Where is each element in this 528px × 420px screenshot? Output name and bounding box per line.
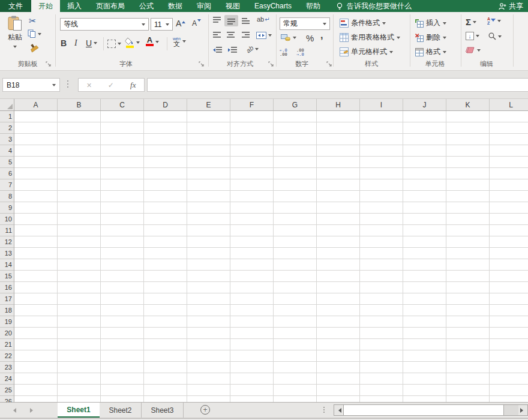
row-header-5[interactable]: 5 xyxy=(0,157,14,168)
menu-tab-帮助[interactable]: 帮助 xyxy=(299,0,328,12)
row-header-16[interactable]: 16 xyxy=(0,282,14,293)
new-sheet-button[interactable]: + xyxy=(200,405,210,415)
align-center-button[interactable] xyxy=(227,32,235,39)
row-header-9[interactable]: 9 xyxy=(0,202,14,214)
row-header-25[interactable]: 25 xyxy=(0,385,14,396)
align-top-button[interactable] xyxy=(213,17,221,24)
wrap-text-button[interactable]: ab ↵ xyxy=(257,16,270,23)
borders-button[interactable] xyxy=(107,40,121,48)
percent-style-button[interactable]: % xyxy=(306,33,314,43)
font-size-combo[interactable]: 11 xyxy=(151,18,173,31)
align-middle-button[interactable] xyxy=(224,15,238,26)
row-header-23[interactable]: 23 xyxy=(0,362,14,373)
sheet-tab-Sheet2[interactable]: Sheet2 xyxy=(100,403,142,418)
column-header-L[interactable]: L xyxy=(490,99,528,110)
sheet-tab-Sheet1[interactable]: Sheet1 xyxy=(58,403,100,418)
column-header-E[interactable]: E xyxy=(187,99,230,110)
row-header-12[interactable]: 12 xyxy=(0,236,14,248)
sheet-nav-left-icon[interactable] xyxy=(11,408,16,413)
bold-button[interactable]: B xyxy=(61,38,67,48)
column-header-H[interactable]: H xyxy=(317,99,360,110)
align-bottom-button[interactable] xyxy=(242,17,250,25)
file-tab[interactable]: 文件 xyxy=(0,0,31,12)
menu-tab-公式[interactable]: 公式 xyxy=(132,0,161,12)
increase-decimal-button[interactable]: ←.0.00 xyxy=(280,49,287,57)
orientation-button[interactable]: ab xyxy=(246,46,259,53)
enter-button[interactable]: ✓ xyxy=(108,81,114,89)
tab-scroll-grip[interactable] xyxy=(323,407,325,413)
row-header-6[interactable]: 6 xyxy=(0,168,14,179)
menu-tab-页面布局[interactable]: 页面布局 xyxy=(89,0,132,12)
menu-tab-插入[interactable]: 插入 xyxy=(60,0,89,12)
accounting-format-button[interactable] xyxy=(281,34,296,41)
cell-styles-button[interactable]: 单元格样式 xyxy=(340,47,393,57)
sheet-tab-Sheet3[interactable]: Sheet3 xyxy=(142,403,184,418)
row-header-2[interactable]: 2 xyxy=(0,122,14,134)
grow-font-button[interactable]: A xyxy=(176,19,185,28)
autosum-button[interactable]: Σ xyxy=(466,17,476,27)
fill-color-button[interactable] xyxy=(125,37,140,48)
conditional-formatting-button[interactable]: 条件格式 xyxy=(340,18,386,28)
formula-bar-grip[interactable] xyxy=(67,80,69,88)
comma-style-button[interactable]: , xyxy=(320,30,323,41)
menu-tab-审阅[interactable]: 审阅 xyxy=(190,0,218,12)
font-color-button[interactable]: A xyxy=(146,37,159,46)
alignment-dialog-launcher[interactable] xyxy=(268,61,274,67)
copy-button[interactable] xyxy=(28,29,41,38)
row-header-17[interactable]: 17 xyxy=(0,293,14,305)
insert-cells-button[interactable]: 插入 xyxy=(415,18,446,28)
row-header-20[interactable]: 20 xyxy=(0,328,14,339)
menu-tab-EasyCharts[interactable]: EasyCharts xyxy=(247,0,299,12)
decrease-indent-button[interactable] xyxy=(213,47,222,54)
name-box[interactable]: B18 xyxy=(2,78,60,92)
clear-button[interactable] xyxy=(466,47,481,54)
italic-button[interactable]: I xyxy=(74,38,77,48)
sort-filter-button[interactable]: AZ xyxy=(487,17,501,25)
row-header-21[interactable]: 21 xyxy=(0,339,14,350)
clipboard-dialog-launcher[interactable] xyxy=(46,61,52,67)
scroll-right-button[interactable] xyxy=(518,405,527,415)
column-header-C[interactable]: C xyxy=(101,99,144,110)
phonetic-guide-button[interactable]: wén 文 xyxy=(173,37,186,46)
menu-tab-数据[interactable]: 数据 xyxy=(161,0,190,12)
row-header-26[interactable]: 26 xyxy=(0,396,14,402)
find-select-button[interactable] xyxy=(488,32,502,40)
scroll-left-button[interactable] xyxy=(334,405,343,415)
share-button[interactable]: 共享 xyxy=(494,0,528,12)
row-header-19[interactable]: 19 xyxy=(0,316,14,328)
delete-cells-button[interactable]: 删除 xyxy=(415,32,446,43)
row-header-18[interactable]: 18 xyxy=(0,305,14,316)
column-header-B[interactable]: B xyxy=(58,99,101,110)
horizontal-scrollbar[interactable] xyxy=(334,404,528,416)
merge-center-button[interactable] xyxy=(256,32,272,39)
shrink-font-button[interactable]: A xyxy=(192,19,201,28)
formula-input[interactable] xyxy=(148,79,528,91)
scrollbar-track[interactable] xyxy=(504,405,518,415)
column-header-D[interactable]: D xyxy=(144,99,187,110)
decrease-decimal-button[interactable]: .00→.0 xyxy=(296,49,304,57)
font-dialog-launcher[interactable] xyxy=(199,61,205,67)
format-cells-button[interactable]: 格式 xyxy=(415,47,446,57)
insert-function-button[interactable]: fx xyxy=(130,80,136,90)
row-header-11[interactable]: 11 xyxy=(0,225,14,236)
row-header-4[interactable]: 4 xyxy=(0,145,14,157)
column-header-J[interactable]: J xyxy=(403,99,446,110)
row-header-13[interactable]: 13 xyxy=(0,248,14,259)
align-left-button[interactable] xyxy=(213,32,221,39)
row-header-7[interactable]: 7 xyxy=(0,179,14,191)
number-dialog-launcher[interactable] xyxy=(326,61,332,67)
fill-button[interactable]: ↓ xyxy=(466,32,479,40)
row-header-3[interactable]: 3 xyxy=(0,134,14,145)
underline-button[interactable]: U xyxy=(86,38,97,48)
row-header-14[interactable]: 14 xyxy=(0,259,14,271)
row-header-10[interactable]: 10 xyxy=(0,214,14,225)
increase-indent-button[interactable] xyxy=(228,47,237,54)
row-header-1[interactable]: 1 xyxy=(0,111,14,122)
row-header-22[interactable]: 22 xyxy=(0,350,14,362)
menu-tab-视图[interactable]: 视图 xyxy=(218,0,247,12)
sheet-nav-right-icon[interactable] xyxy=(30,408,35,413)
cancel-button[interactable]: × xyxy=(87,80,92,90)
format-painter-button[interactable] xyxy=(28,42,40,54)
column-header-I[interactable]: I xyxy=(360,99,403,110)
row-header-8[interactable]: 8 xyxy=(0,191,14,202)
